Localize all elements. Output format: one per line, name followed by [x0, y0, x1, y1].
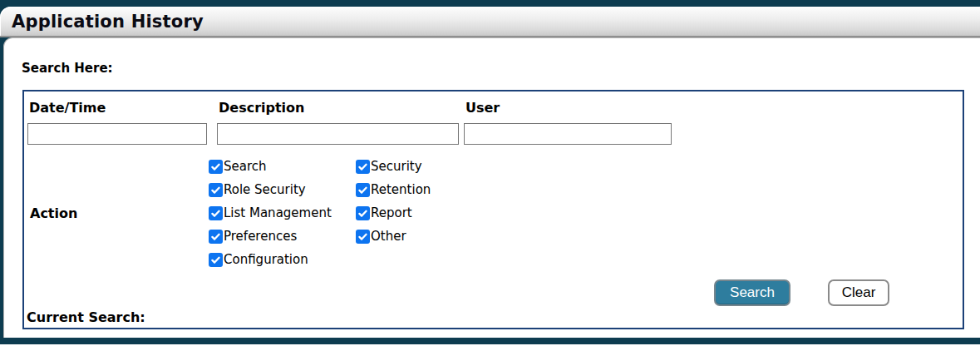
datetime-field-group: Date/Time	[27, 98, 217, 145]
search-button[interactable]: Search	[714, 279, 790, 306]
checkbox-list-management[interactable]: List Management	[209, 201, 356, 225]
checkbox-other[interactable]: Other	[356, 225, 431, 248]
checked-checkbox-icon[interactable]	[209, 230, 223, 244]
current-search-heading: Current Search:	[27, 309, 963, 325]
user-input[interactable]	[464, 123, 672, 145]
search-box: Date/Time Description User Action	[22, 90, 964, 329]
checkbox-configuration[interactable]: Configuration	[209, 248, 356, 271]
user-label: User	[464, 98, 673, 123]
page-title-bar: Application History	[0, 7, 980, 37]
checked-checkbox-icon[interactable]	[356, 230, 370, 244]
user-field-group: User	[464, 98, 673, 145]
description-field-group: Description	[217, 98, 464, 145]
description-input[interactable]	[217, 123, 459, 145]
checked-checkbox-icon[interactable]	[356, 160, 370, 174]
checkbox-role-security[interactable]: Role Security	[209, 178, 356, 201]
description-label: Description	[217, 98, 464, 123]
checked-checkbox-icon[interactable]	[356, 206, 370, 220]
content-area: Search Here: Date/Time Description User …	[0, 37, 980, 338]
datetime-input[interactable]	[27, 123, 207, 145]
checkbox-label: Security	[371, 159, 422, 174]
checked-checkbox-icon[interactable]	[209, 206, 223, 220]
checked-checkbox-icon[interactable]	[209, 160, 223, 174]
action-label: Action	[26, 205, 209, 221]
checkbox-label: List Management	[224, 205, 332, 220]
content-panel: Search Here: Date/Time Description User …	[3, 37, 980, 338]
checkbox-label: Other	[371, 229, 406, 244]
search-fields-row: Date/Time Description User	[26, 98, 963, 145]
clear-button[interactable]: Clear	[828, 279, 889, 306]
checkbox-label: Retention	[371, 182, 431, 197]
datetime-label: Date/Time	[27, 98, 217, 123]
checked-checkbox-icon[interactable]	[356, 183, 370, 197]
checked-checkbox-icon[interactable]	[209, 183, 223, 197]
checked-checkbox-icon[interactable]	[209, 253, 223, 267]
window-chrome-bottom	[0, 338, 980, 344]
page-title: Application History	[12, 12, 204, 32]
checkbox-label: Preferences	[224, 229, 297, 244]
action-checkbox-column-1: Search Role Security List Management Pre…	[209, 155, 356, 271]
checkbox-label: Search	[224, 159, 267, 174]
checkbox-retention[interactable]: Retention	[356, 178, 431, 201]
action-row: Action Search Role Security List Managem…	[26, 155, 963, 271]
search-here-heading: Search Here:	[22, 61, 980, 76]
checkbox-search[interactable]: Search	[209, 155, 356, 178]
checkbox-label: Role Security	[224, 182, 306, 197]
checkbox-security[interactable]: Security	[356, 155, 431, 178]
checkbox-label: Report	[371, 205, 412, 220]
checkbox-report[interactable]: Report	[356, 201, 431, 225]
action-checkbox-column-2: Security Retention Report Other	[356, 155, 431, 271]
checkbox-preferences[interactable]: Preferences	[209, 225, 356, 248]
checkbox-label: Configuration	[224, 252, 308, 267]
window-chrome-top: Application History	[0, 0, 980, 37]
buttons-row: Search Clear	[26, 279, 889, 306]
